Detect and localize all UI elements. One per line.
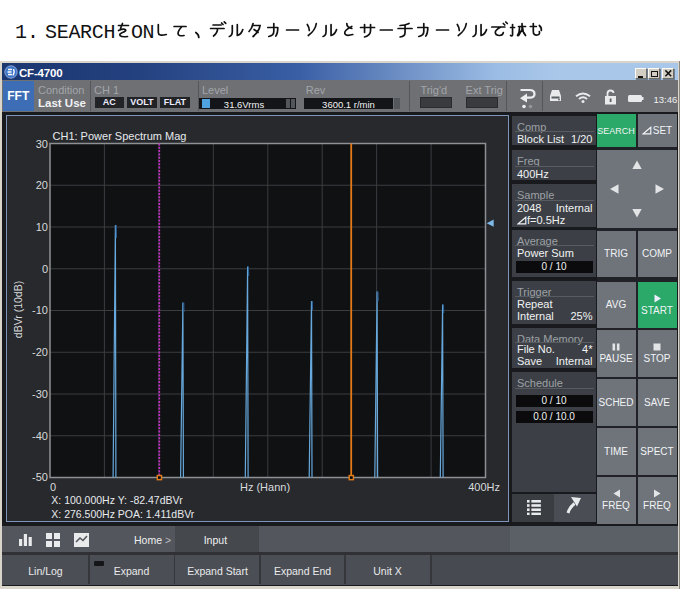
svg-text:400Hz: 400Hz: [468, 481, 500, 493]
svg-text:-40: -40: [32, 429, 48, 441]
svg-text:CH1: Power Spectrum Mag: CH1: Power Spectrum Mag: [53, 130, 187, 142]
svg-text:1.: 1.: [15, 21, 39, 44]
svg-text:dBVr (10dB): dBVr (10dB): [12, 280, 24, 337]
svg-text:-30: -30: [32, 387, 48, 399]
svg-text:SEARCH: SEARCH: [45, 21, 115, 44]
svg-text:X: 276.500Hz POA: 1.411dBVr: X: 276.500Hz POA: 1.411dBVr: [51, 507, 195, 519]
svg-text:0: 0: [42, 262, 48, 274]
svg-text:0: 0: [50, 481, 56, 493]
svg-text:30: 30: [36, 137, 48, 149]
svg-text:Hz (Hann): Hz (Hann): [240, 481, 290, 493]
svg-text:-50: -50: [32, 471, 48, 483]
svg-text:20: 20: [36, 179, 48, 191]
svg-text:-10: -10: [32, 304, 48, 316]
svg-text:ON: ON: [131, 21, 154, 44]
svg-text:10: 10: [36, 221, 48, 233]
svg-text:X: 100.000Hz Y: -82.47dBVr: X: 100.000Hz Y: -82.47dBVr: [51, 493, 183, 505]
svg-text:-20: -20: [32, 346, 48, 358]
